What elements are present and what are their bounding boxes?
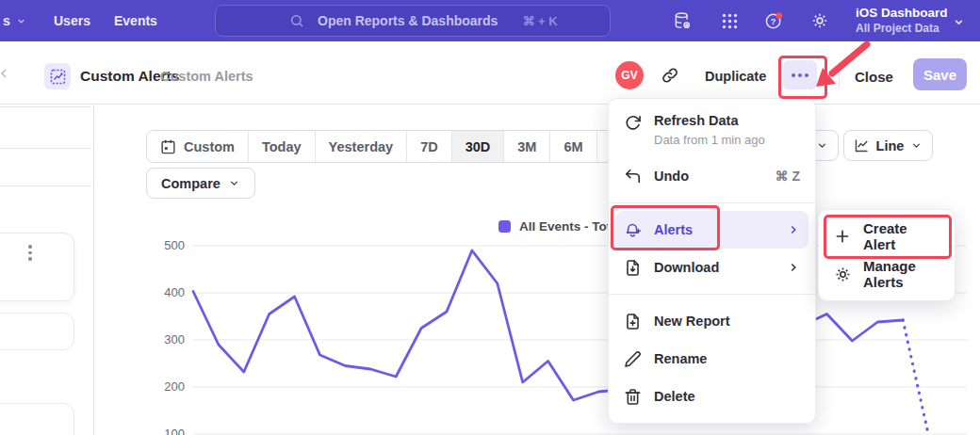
chevron-right-icon xyxy=(787,261,800,274)
menu-item-alerts[interactable]: Alerts xyxy=(615,211,808,249)
range-label: 6M xyxy=(564,139,582,154)
compare-label: Compare xyxy=(161,176,220,191)
range-7d[interactable]: 7D xyxy=(406,131,451,162)
more-options-menu: Refresh Data Data from 1 min ago Undo ⌘ … xyxy=(608,98,816,424)
range-label: 3M xyxy=(517,139,536,154)
y-axis-tick: 400 xyxy=(146,285,185,299)
menu-item-new-report[interactable]: New Report xyxy=(609,302,815,340)
pencil-icon xyxy=(624,350,642,368)
y-axis-tick: 300 xyxy=(146,332,185,346)
menu-item-shortcut: ⌘ Z xyxy=(776,169,800,184)
search-shortcut: ⌘ + K xyxy=(522,14,557,28)
screen: 500400300200100 All Events - Total Custo… xyxy=(0,0,980,435)
legend-swatch-icon xyxy=(498,220,511,233)
menu-item-label: Delete xyxy=(654,389,695,404)
more-options-button[interactable] xyxy=(783,60,817,89)
chart-type-label: Line xyxy=(876,138,905,153)
nav-item-events[interactable]: Events xyxy=(114,0,157,41)
range-6m[interactable]: 6M xyxy=(549,131,596,162)
menu-item-undo[interactable]: Undo ⌘ Z xyxy=(609,157,815,195)
refresh-icon xyxy=(624,114,642,132)
menu-item-sublabel: Data from 1 min ago xyxy=(654,133,765,147)
chevron-down-icon xyxy=(228,177,240,189)
submenu-item-label: Manage Alerts xyxy=(863,258,939,290)
menu-item-rename[interactable]: Rename xyxy=(609,340,815,378)
copy-link-icon[interactable] xyxy=(661,66,679,85)
collapse-icon[interactable] xyxy=(0,66,11,81)
report-header: Custom Alerts Custom Alerts GV Duplicate… xyxy=(0,41,980,105)
range-30d-selected[interactable]: 30D xyxy=(451,131,504,162)
settings-gear-icon[interactable] xyxy=(810,11,829,30)
menu-divider xyxy=(609,294,815,295)
menu-item-label: Rename xyxy=(654,351,707,366)
range-label: 7D xyxy=(420,139,438,154)
svg-text:?: ? xyxy=(771,17,776,26)
range-label: Yesterday xyxy=(329,139,394,154)
menu-item-label: Refresh Data xyxy=(654,113,738,128)
project-name: iOS Dashboard xyxy=(856,6,948,22)
chart-legend: All Events - Total xyxy=(498,219,622,234)
series-line-dotted xyxy=(903,320,928,434)
menu-item-label: Alerts xyxy=(654,222,693,237)
data-management-icon[interactable] xyxy=(673,11,692,30)
apps-grid-icon[interactable] xyxy=(721,12,740,31)
save-button[interactable]: Save xyxy=(913,58,967,90)
alerts-submenu: Create Alert Manage Alerts xyxy=(818,209,956,301)
top-navbar: s Users Events Open Reports & Dashboards… xyxy=(0,0,980,41)
chevron-down-icon xyxy=(953,16,965,28)
chart-type-button[interactable]: Line xyxy=(843,130,933,161)
menu-item-label: Undo xyxy=(654,169,689,184)
submenu-item-create-alert[interactable]: Create Alert xyxy=(819,218,955,255)
gear-icon xyxy=(834,266,852,283)
search-placeholder: Open Reports & Dashboards xyxy=(318,13,498,28)
range-label: Custom xyxy=(184,139,235,154)
y-axis-tick: 200 xyxy=(146,379,185,394)
help-icon[interactable]: ? xyxy=(764,11,783,30)
menu-divider xyxy=(609,202,815,203)
nav-events-label: Events xyxy=(114,13,157,28)
legend-label: All Events - Total xyxy=(519,219,622,234)
nav-truncated-label: s xyxy=(3,13,10,28)
compare-button[interactable]: Compare xyxy=(146,168,255,199)
range-label: Today xyxy=(262,139,302,154)
chevron-down-icon xyxy=(910,139,923,152)
menu-item-label: Download xyxy=(654,260,719,275)
chevron-right-icon xyxy=(787,223,800,236)
range-custom[interactable]: Custom xyxy=(147,131,248,162)
date-range-control: Custom Today Yesterday 7D 30D 3M 6M 12M xyxy=(146,130,651,163)
project-scope: All Project Data xyxy=(856,22,948,36)
menu-item-label: New Report xyxy=(654,314,730,329)
y-axis-tick: 100 xyxy=(146,427,185,435)
nav-item-users[interactable]: Users xyxy=(54,0,90,41)
new-report-icon xyxy=(624,313,642,330)
header-divider xyxy=(839,62,840,89)
global-search-input[interactable]: Open Reports & Dashboards ⌘ + K xyxy=(215,5,611,37)
download-file-icon xyxy=(624,259,642,277)
bell-plus-icon xyxy=(624,221,642,239)
chevron-down-icon xyxy=(816,139,828,152)
project-switcher[interactable]: iOS Dashboard All Project Data xyxy=(856,6,948,36)
duplicate-button[interactable]: Duplicate xyxy=(705,63,766,89)
avatar[interactable]: GV xyxy=(615,61,644,89)
trash-icon xyxy=(624,388,642,406)
plus-icon xyxy=(834,228,852,246)
calendar-icon xyxy=(160,138,176,154)
breadcrumb: Custom Alerts xyxy=(160,63,253,89)
menu-item-delete[interactable]: Delete xyxy=(609,378,815,415)
line-chart-icon xyxy=(854,137,870,153)
chevron-down-icon xyxy=(16,16,26,26)
range-today[interactable]: Today xyxy=(248,131,315,162)
undo-icon xyxy=(624,168,642,185)
y-axis-tick: 500 xyxy=(146,238,185,252)
close-button[interactable]: Close xyxy=(855,63,893,89)
nav-users-label: Users xyxy=(54,13,90,28)
menu-item-refresh-data[interactable]: Refresh Data Data from 1 min ago xyxy=(609,106,815,152)
submenu-item-label: Create Alert xyxy=(863,220,939,252)
menu-item-download[interactable]: Download xyxy=(609,249,815,286)
report-icon xyxy=(44,63,71,89)
range-3m[interactable]: 3M xyxy=(503,131,549,162)
range-yesterday[interactable]: Yesterday xyxy=(315,131,407,162)
nav-item-truncated[interactable]: s xyxy=(3,0,26,41)
range-label: 30D xyxy=(466,139,491,154)
submenu-item-manage-alerts[interactable]: Manage Alerts xyxy=(819,255,955,293)
